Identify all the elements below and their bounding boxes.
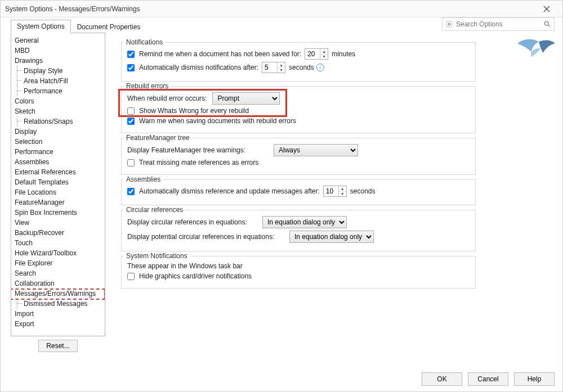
- sidebar-item[interactable]: Performance: [11, 147, 105, 157]
- group-notifications: Notifications Remind me when a document …: [121, 42, 476, 82]
- search-box[interactable]: [442, 17, 555, 31]
- sidebar-item[interactable]: General: [11, 35, 105, 46]
- sidebar-item[interactable]: Dismissed Messages: [11, 299, 105, 309]
- eagle-logo: [514, 33, 557, 60]
- when-rebuild-label: When rebuild error occurs:: [127, 94, 207, 102]
- spin-asm-input[interactable]: [324, 186, 338, 196]
- info-icon[interactable]: i: [316, 64, 324, 71]
- search-icon: [543, 20, 552, 29]
- cancel-button[interactable]: Cancel: [468, 372, 508, 386]
- cb-auto-dismiss-asm-label: Automatically dismiss reference and upda…: [139, 187, 320, 195]
- svg-point-0: [448, 23, 450, 25]
- sidebar-column: GeneralMBDDrawingsDisplay StyleArea Hatc…: [11, 33, 105, 356]
- sidebar-item[interactable]: Area Hatch/Fill: [11, 76, 105, 86]
- sidebar-item[interactable]: View: [11, 218, 105, 228]
- sidebar-item[interactable]: Drawings: [11, 56, 105, 66]
- gear-icon: [445, 20, 454, 29]
- reset-button[interactable]: Reset...: [38, 340, 78, 352]
- asm-unit: seconds: [350, 187, 376, 195]
- help-button[interactable]: Help: [514, 372, 555, 386]
- circ-dropdown-1[interactable]: In equation dialog only: [262, 216, 347, 228]
- group-rebuild-errors: Rebuild errors When rebuild error occurs…: [121, 86, 476, 133]
- spin-down[interactable]: ▼: [320, 55, 328, 60]
- cb-auto-dismiss-notif-input[interactable]: [127, 64, 135, 71]
- sidebar-item[interactable]: Touch: [11, 238, 105, 248]
- cb-remind-save[interactable]: Remind me when a document has not been s…: [127, 50, 301, 58]
- ok-button[interactable]: OK: [422, 372, 462, 386]
- fm-display-label: Display FeatureManager tree warnings:: [127, 146, 274, 154]
- sidebar-item[interactable]: Import: [11, 309, 105, 319]
- sidebar-item[interactable]: Relations/Snaps: [11, 116, 105, 127]
- cb-auto-dismiss-asm-input[interactable]: [127, 188, 135, 195]
- cb-warn-save-rebuild-input[interactable]: [127, 118, 135, 125]
- title-bar: System Options - Messages/Errors/Warning…: [1, 1, 562, 17]
- circ-dropdown-2[interactable]: In equation dialog only: [289, 231, 374, 243]
- sidebar-item[interactable]: File Locations: [11, 187, 105, 197]
- sidebar-item[interactable]: Assemblies: [11, 157, 105, 167]
- sidebar-item[interactable]: MBD: [11, 46, 105, 56]
- sidebar-item[interactable]: Performance: [11, 86, 105, 96]
- sidebar-item[interactable]: Collaboration: [11, 278, 105, 289]
- spin-down[interactable]: ▼: [278, 68, 285, 73]
- spin-dismiss-seconds[interactable]: ▲▼: [262, 62, 285, 73]
- legend-rebuild: Rebuild errors: [124, 82, 171, 90]
- sidebar-item[interactable]: Export: [11, 319, 105, 329]
- sidebar-item[interactable]: Spin Box Increments: [11, 208, 105, 218]
- spin-dismiss-input[interactable]: [262, 62, 277, 73]
- cb-missing-mate[interactable]: Treat missing mate references as errors: [127, 159, 258, 166]
- legend-notifications: Notifications: [124, 38, 165, 46]
- tab-system-options[interactable]: System Options: [11, 20, 71, 33]
- cb-auto-dismiss-notif-label: Automatically dismiss notifications afte…: [139, 64, 258, 71]
- sidebar-item[interactable]: FeatureManager: [11, 197, 105, 208]
- sidebar-item[interactable]: Backup/Recover: [11, 228, 105, 238]
- sidebar-item[interactable]: Display: [11, 127, 105, 137]
- group-circular: Circular references Display circular ref…: [121, 210, 476, 251]
- cb-missing-mate-input[interactable]: [127, 159, 135, 166]
- close-icon: [543, 6, 550, 12]
- group-featuremanager: FeatureManager tree Display FeatureManag…: [121, 138, 476, 175]
- svg-point-1: [544, 21, 548, 25]
- main: GeneralMBDDrawingsDisplay StyleArea Hatc…: [1, 33, 562, 356]
- spin-remind-input[interactable]: [305, 49, 320, 59]
- sidebar-item[interactable]: Hole Wizard/Toolbox: [11, 248, 105, 258]
- cb-hide-gfx-input[interactable]: [127, 273, 135, 280]
- search-input[interactable]: [454, 20, 543, 28]
- cb-auto-dismiss-notif[interactable]: Automatically dismiss notifications afte…: [127, 64, 258, 71]
- group-assemblies: Assemblies Automatically dismiss referen…: [121, 179, 476, 205]
- sidebar-item[interactable]: Colors: [11, 96, 105, 106]
- sidebar: GeneralMBDDrawingsDisplay StyleArea Hatc…: [11, 33, 105, 336]
- cb-auto-dismiss-asm[interactable]: Automatically dismiss reference and upda…: [127, 187, 320, 195]
- sidebar-item[interactable]: Search: [11, 268, 105, 278]
- when-rebuild-dropdown[interactable]: Prompt: [212, 92, 280, 105]
- spin-up[interactable]: ▲: [320, 49, 328, 55]
- sidebar-item[interactable]: Selection: [11, 137, 105, 147]
- spin-up[interactable]: ▲: [339, 186, 346, 192]
- sidebar-item[interactable]: External References: [11, 167, 105, 177]
- cb-show-whats-wrong-input[interactable]: [127, 107, 135, 115]
- spin-asm-seconds[interactable]: ▲▼: [323, 186, 347, 197]
- circ-label-1: Display circular references in equations…: [127, 218, 262, 226]
- remind-unit: minutes: [332, 50, 355, 58]
- dismiss-unit: seconds: [289, 64, 314, 71]
- fm-display-dropdown[interactable]: Always: [274, 144, 358, 156]
- sidebar-item[interactable]: Messages/Errors/Warnings: [11, 289, 105, 299]
- tab-row: System Options Document Properties: [1, 17, 562, 33]
- sidebar-item[interactable]: File Explorer: [11, 258, 105, 268]
- cb-show-whats-wrong[interactable]: Show Whats Wrong for every rebuild: [127, 107, 249, 115]
- close-button[interactable]: [535, 1, 558, 17]
- footer-buttons: OK Cancel Help: [422, 372, 555, 386]
- spin-remind-minutes[interactable]: ▲▼: [305, 48, 328, 60]
- spin-up[interactable]: ▲: [278, 62, 285, 68]
- circ-label-2: Display potential circular references in…: [127, 233, 289, 241]
- sidebar-item[interactable]: Display Style: [11, 66, 105, 76]
- legend-sysnotif: System Notifications: [124, 252, 190, 260]
- sidebar-item[interactable]: Sketch: [11, 106, 105, 116]
- cb-remind-save-input[interactable]: [127, 51, 135, 58]
- spin-down[interactable]: ▼: [339, 192, 346, 197]
- reset-row: Reset...: [11, 340, 105, 352]
- sidebar-item[interactable]: Default Templates: [11, 177, 105, 187]
- cb-missing-mate-label: Treat missing mate references as errors: [139, 159, 258, 166]
- cb-hide-gfx[interactable]: Hide graphics card/driver notifications: [127, 272, 252, 280]
- cb-warn-save-rebuild[interactable]: Warn me when saving documents with rebui…: [127, 117, 296, 125]
- tab-document-properties[interactable]: Document Properties: [71, 20, 147, 33]
